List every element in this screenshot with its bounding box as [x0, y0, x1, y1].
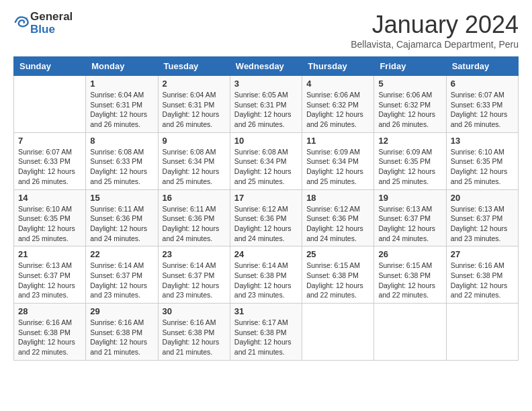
calendar-week-row: 21Sunrise: 6:13 AMSunset: 6:37 PMDayligh… [14, 246, 519, 304]
day-detail: Sunrise: 6:04 AMSunset: 6:31 PMDaylight:… [90, 90, 153, 130]
day-number: 21 [18, 249, 81, 259]
calendar-cell: 17Sunrise: 6:12 AMSunset: 6:36 PMDayligh… [230, 189, 302, 246]
calendar-cell: 30Sunrise: 6:16 AMSunset: 6:38 PMDayligh… [158, 304, 230, 361]
day-detail: Sunrise: 6:15 AMSunset: 6:38 PMDaylight:… [306, 261, 369, 300]
day-of-week-header: Tuesday [158, 57, 230, 76]
day-detail: Sunrise: 6:11 AMSunset: 6:36 PMDaylight:… [90, 204, 153, 244]
day-number: 3 [234, 79, 298, 89]
day-detail: Sunrise: 6:15 AMSunset: 6:38 PMDaylight:… [378, 261, 441, 300]
day-number: 12 [378, 136, 441, 146]
day-detail: Sunrise: 6:05 AMSunset: 6:31 PMDaylight:… [234, 90, 298, 130]
day-detail: Sunrise: 6:09 AMSunset: 6:34 PMDaylight:… [306, 147, 369, 187]
day-number: 24 [234, 249, 298, 259]
calendar-cell: 21Sunrise: 6:13 AMSunset: 6:37 PMDayligh… [14, 246, 86, 304]
calendar-week-row: 7Sunrise: 6:07 AMSunset: 6:33 PMDaylight… [14, 132, 519, 189]
day-number: 14 [18, 193, 81, 203]
calendar-cell: 8Sunrise: 6:08 AMSunset: 6:33 PMDaylight… [86, 132, 158, 189]
calendar-cell [14, 76, 86, 133]
day-detail: Sunrise: 6:08 AMSunset: 6:34 PMDaylight:… [234, 147, 298, 187]
calendar-week-row: 14Sunrise: 6:10 AMSunset: 6:35 PMDayligh… [14, 189, 519, 246]
day-detail: Sunrise: 6:14 AMSunset: 6:37 PMDaylight:… [163, 261, 226, 300]
calendar-cell: 3Sunrise: 6:05 AMSunset: 6:31 PMDaylight… [230, 76, 302, 133]
calendar-cell: 28Sunrise: 6:16 AMSunset: 6:38 PMDayligh… [14, 304, 86, 361]
calendar-week-row: 28Sunrise: 6:16 AMSunset: 6:38 PMDayligh… [14, 304, 519, 361]
day-of-week-header: Sunday [14, 57, 86, 76]
calendar-cell: 15Sunrise: 6:11 AMSunset: 6:36 PMDayligh… [86, 189, 158, 246]
subtitle: Bellavista, Cajamarca Department, Peru [351, 39, 519, 50]
month-title: January 2024 [351, 11, 519, 39]
calendar-cell [374, 304, 446, 361]
day-detail: Sunrise: 6:12 AMSunset: 6:36 PMDaylight:… [234, 204, 298, 244]
day-detail: Sunrise: 6:07 AMSunset: 6:33 PMDaylight:… [451, 90, 514, 130]
calendar-cell: 22Sunrise: 6:14 AMSunset: 6:37 PMDayligh… [86, 246, 158, 304]
calendar-cell: 25Sunrise: 6:15 AMSunset: 6:38 PMDayligh… [302, 246, 374, 304]
day-number: 8 [90, 136, 153, 146]
calendar-cell [446, 304, 518, 361]
day-of-week-header: Friday [374, 57, 446, 76]
calendar-cell: 16Sunrise: 6:11 AMSunset: 6:36 PMDayligh… [158, 189, 230, 246]
day-detail: Sunrise: 6:13 AMSunset: 6:37 PMDaylight:… [451, 204, 514, 244]
day-detail: Sunrise: 6:13 AMSunset: 6:37 PMDaylight:… [378, 204, 441, 244]
day-number: 7 [18, 136, 81, 146]
day-of-week-header: Saturday [446, 57, 518, 76]
day-number: 27 [451, 249, 514, 259]
day-number: 30 [163, 306, 226, 316]
title-block: January 2024 Bellavista, Cajamarca Depar… [351, 11, 519, 50]
day-number: 11 [306, 136, 369, 146]
day-number: 13 [451, 136, 514, 146]
calendar-cell: 18Sunrise: 6:12 AMSunset: 6:36 PMDayligh… [302, 189, 374, 246]
logo-icon [14, 15, 29, 30]
day-number: 26 [378, 249, 441, 259]
day-number: 20 [451, 193, 514, 203]
calendar-cell: 7Sunrise: 6:07 AMSunset: 6:33 PMDaylight… [14, 132, 86, 189]
day-detail: Sunrise: 6:16 AMSunset: 6:38 PMDaylight:… [18, 318, 81, 357]
day-number: 22 [90, 249, 153, 259]
day-number: 2 [163, 79, 226, 89]
calendar-cell: 29Sunrise: 6:16 AMSunset: 6:38 PMDayligh… [86, 304, 158, 361]
day-number: 1 [90, 79, 153, 89]
day-detail: Sunrise: 6:07 AMSunset: 6:33 PMDaylight:… [18, 147, 81, 187]
day-detail: Sunrise: 6:08 AMSunset: 6:33 PMDaylight:… [90, 147, 153, 187]
calendar-cell: 9Sunrise: 6:08 AMSunset: 6:34 PMDaylight… [158, 132, 230, 189]
day-number: 17 [234, 193, 298, 203]
day-detail: Sunrise: 6:14 AMSunset: 6:37 PMDaylight:… [90, 261, 153, 300]
day-number: 29 [90, 306, 153, 316]
day-number: 31 [234, 306, 298, 316]
day-number: 9 [163, 136, 226, 146]
calendar-cell: 10Sunrise: 6:08 AMSunset: 6:34 PMDayligh… [230, 132, 302, 189]
day-detail: Sunrise: 6:06 AMSunset: 6:32 PMDaylight:… [378, 90, 441, 130]
day-of-week-header: Thursday [302, 57, 374, 76]
day-detail: Sunrise: 6:08 AMSunset: 6:34 PMDaylight:… [163, 147, 226, 187]
calendar-cell: 11Sunrise: 6:09 AMSunset: 6:34 PMDayligh… [302, 132, 374, 189]
calendar-cell: 23Sunrise: 6:14 AMSunset: 6:37 PMDayligh… [158, 246, 230, 304]
calendar-cell: 1Sunrise: 6:04 AMSunset: 6:31 PMDaylight… [86, 76, 158, 133]
day-number: 16 [163, 193, 226, 203]
calendar-week-row: 1Sunrise: 6:04 AMSunset: 6:31 PMDaylight… [14, 76, 519, 133]
day-detail: Sunrise: 6:16 AMSunset: 6:38 PMDaylight:… [163, 318, 226, 357]
day-detail: Sunrise: 6:12 AMSunset: 6:36 PMDaylight:… [306, 204, 369, 244]
calendar-cell [302, 304, 374, 361]
calendar-header-row: SundayMondayTuesdayWednesdayThursdayFrid… [14, 57, 519, 76]
day-number: 5 [378, 79, 441, 89]
day-number: 25 [306, 249, 369, 259]
logo-blue-text: Blue [30, 23, 55, 36]
day-detail: Sunrise: 6:17 AMSunset: 6:38 PMDaylight:… [234, 318, 298, 357]
calendar-cell: 24Sunrise: 6:14 AMSunset: 6:38 PMDayligh… [230, 246, 302, 304]
day-detail: Sunrise: 6:09 AMSunset: 6:35 PMDaylight:… [378, 147, 441, 187]
calendar-cell: 14Sunrise: 6:10 AMSunset: 6:35 PMDayligh… [14, 189, 86, 246]
day-number: 4 [306, 79, 369, 89]
calendar-cell: 12Sunrise: 6:09 AMSunset: 6:35 PMDayligh… [374, 132, 446, 189]
day-number: 6 [451, 79, 514, 89]
day-detail: Sunrise: 6:06 AMSunset: 6:32 PMDaylight:… [306, 90, 369, 130]
day-detail: Sunrise: 6:10 AMSunset: 6:35 PMDaylight:… [451, 147, 514, 187]
day-number: 15 [90, 193, 153, 203]
logo: General Blue [13, 11, 73, 36]
page-header: General Blue January 2024 Bellavista, Ca… [13, 11, 519, 50]
day-detail: Sunrise: 6:10 AMSunset: 6:35 PMDaylight:… [18, 204, 81, 244]
day-detail: Sunrise: 6:14 AMSunset: 6:38 PMDaylight:… [234, 261, 298, 300]
day-detail: Sunrise: 6:16 AMSunset: 6:38 PMDaylight:… [90, 318, 153, 357]
calendar-cell: 5Sunrise: 6:06 AMSunset: 6:32 PMDaylight… [374, 76, 446, 133]
day-number: 19 [378, 193, 441, 203]
calendar-table: SundayMondayTuesdayWednesdayThursdayFrid… [13, 56, 519, 361]
day-detail: Sunrise: 6:16 AMSunset: 6:38 PMDaylight:… [451, 261, 514, 300]
